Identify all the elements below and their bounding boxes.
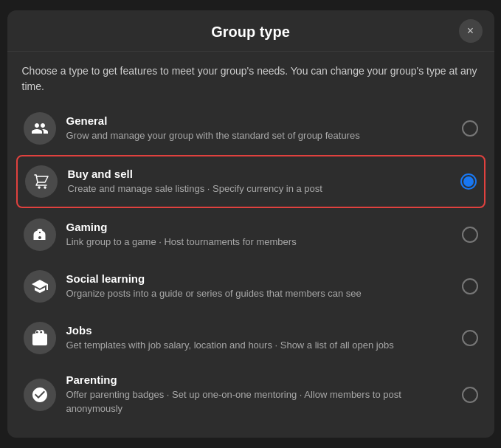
modal-description: Choose a type to get features to meet yo…	[7, 52, 494, 103]
option-parenting[interactable]: Parenting Offer parenting badges · Set u…	[16, 365, 486, 424]
general-text: General Grow and manage your group with …	[66, 114, 455, 142]
modal-container: Group type × Choose a type to get featur…	[7, 10, 494, 437]
option-jobs[interactable]: Jobs Get templates with job salary, loca…	[16, 313, 486, 363]
parenting-icon	[24, 379, 56, 411]
close-icon: ×	[467, 24, 474, 38]
jobs-desc: Get templates with job salary, location …	[66, 339, 455, 352]
parenting-desc: Offer parenting badges · Set up one-on-o…	[66, 388, 455, 415]
jobs-icon	[24, 322, 56, 354]
option-buy-sell[interactable]: Buy and sell Create and manage sale list…	[16, 155, 486, 208]
gaming-name: Gaming	[66, 221, 455, 233]
parenting-radio	[462, 387, 478, 403]
general-desc: Grow and manage your group with the stan…	[66, 129, 455, 142]
general-radio	[462, 120, 478, 137]
buy-sell-desc: Create and manage sale listings · Specif…	[68, 182, 453, 196]
gaming-desc: Link group to a game · Host tournaments …	[66, 235, 455, 249]
jobs-name: Jobs	[66, 324, 455, 337]
modal-header: Group type ×	[7, 10, 494, 52]
gaming-icon	[24, 218, 56, 251]
buy-sell-name: Buy and sell	[68, 168, 453, 180]
social-learning-name: Social learning	[66, 272, 455, 285]
gaming-text: Gaming Link group to a game · Host tourn…	[66, 221, 455, 249]
jobs-text: Jobs Get templates with job salary, loca…	[66, 324, 455, 352]
options-list: General Grow and manage your group with …	[7, 103, 494, 437]
general-icon	[24, 112, 56, 145]
parenting-name: Parenting	[66, 373, 455, 386]
buy-sell-text: Buy and sell Create and manage sale list…	[68, 168, 453, 196]
option-social-learning[interactable]: Social learning Organize posts into a gu…	[16, 261, 486, 311]
parenting-text: Parenting Offer parenting badges · Set u…	[66, 373, 455, 415]
social-learning-icon	[24, 270, 56, 303]
close-button[interactable]: ×	[459, 19, 483, 43]
social-learning-radio	[462, 278, 478, 294]
social-learning-desc: Organize posts into a guide or series of…	[66, 287, 455, 300]
buy-sell-icon	[25, 165, 58, 198]
social-learning-text: Social learning Organize posts into a gu…	[66, 272, 455, 300]
general-name: General	[66, 114, 455, 127]
option-general[interactable]: General Grow and manage your group with …	[16, 103, 486, 154]
modal-title: Group type	[211, 24, 290, 41]
buy-sell-radio	[460, 173, 477, 190]
jobs-radio	[462, 330, 478, 346]
option-gaming[interactable]: Gaming Link group to a game · Host tourn…	[16, 210, 486, 260]
gaming-radio	[462, 227, 478, 243]
